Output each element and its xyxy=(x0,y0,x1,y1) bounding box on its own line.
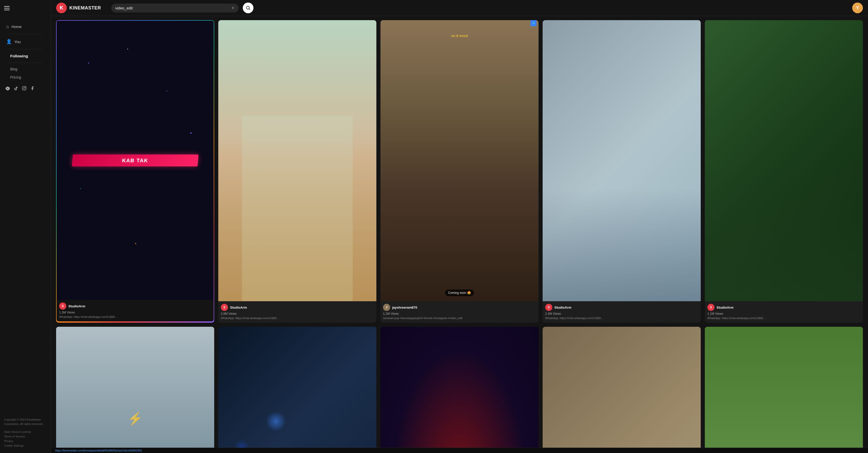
main-content: K KINEMASTER ✕ Y xyxy=(51,0,868,453)
terms-link[interactable]: Terms of Service xyxy=(4,434,46,439)
sidebar-nav: ⌂ Home 👤 You Following Blog Pricing xyxy=(0,20,51,83)
channel-name-3: jayshreeram870 xyxy=(392,306,417,309)
video-card-10[interactable] xyxy=(705,327,863,448)
sidebar-item-you[interactable]: 👤 You xyxy=(4,36,46,47)
coming-soon-badge: Coming soon 🤩 xyxy=(445,290,474,296)
view-count-1: 1.3M Views xyxy=(59,311,211,314)
channel-avatar-4: S xyxy=(545,304,552,311)
video-card-3[interactable]: जय माँ सरस्वती 🐬 Coming soon 🤩 J jayshre… xyxy=(380,20,538,323)
svg-point-3 xyxy=(56,3,67,13)
video-info-2: S StudioArm 2.8M Views WhatsApp: https:/… xyxy=(218,301,376,323)
privacy-link[interactable]: Privacy xyxy=(4,439,46,443)
search-bar: ✕ xyxy=(111,4,239,12)
social-icons-row xyxy=(0,83,51,95)
channel-name-5: StudioArm xyxy=(716,306,733,309)
sidebar-you-label: You xyxy=(14,39,21,44)
sidebar-footer-links: Open Source License Terms of Service Pri… xyxy=(0,428,51,449)
view-count-3: 1.2M Views xyxy=(383,312,536,315)
video-card-7[interactable]: SUBSCRIBE xyxy=(218,327,376,448)
sidebar-item-home[interactable]: ⌂ Home xyxy=(4,22,46,32)
video-card-8[interactable]: K KineMaster 6.4M Views xyxy=(380,327,538,448)
sidebar-copyright: Copyright © 2024 KineMaster Corporation,… xyxy=(0,415,51,428)
svg-point-5 xyxy=(246,6,249,9)
youtube-icon[interactable] xyxy=(5,86,10,92)
channel-name-1: StudioArm xyxy=(68,304,85,308)
video-card-5[interactable]: S StudioArm 1.1M Views WhatsApp: https:/… xyxy=(705,20,863,323)
sidebar-item-blog[interactable]: Blog xyxy=(4,65,46,73)
svg-line-6 xyxy=(249,9,250,10)
hamburger-menu[interactable] xyxy=(4,6,46,10)
video-info-3: J jayshreeram870 1.2M Views sarswati puj… xyxy=(380,301,538,323)
logo-text: KINEMASTER xyxy=(69,5,101,11)
kinemaster-logo-icon: K xyxy=(56,3,67,13)
sidebar-divider-2 xyxy=(8,49,42,49)
video-card-4[interactable]: S StudioArm 2.4M Views WhatsApp: https:/… xyxy=(542,20,701,323)
sidebar-home-label: Home xyxy=(11,25,22,29)
svg-rect-0 xyxy=(23,87,26,90)
svg-point-1 xyxy=(23,87,25,89)
svg-text:K: K xyxy=(60,5,63,10)
logo-area: K KINEMASTER xyxy=(56,3,107,13)
status-url: https://kinemaster.com/kinespace/detail/… xyxy=(55,449,142,452)
home-icon: ⌂ xyxy=(6,24,9,29)
video-desc-2: WhatsApp: https://chat.whatsapp.com/LVjf… xyxy=(221,316,374,320)
video-info-5: S StudioArm 1.1M Views WhatsApp: https:/… xyxy=(705,301,863,323)
sidebar-item-following[interactable]: Following xyxy=(4,51,46,61)
search-clear-icon[interactable]: ✕ xyxy=(231,6,235,10)
channel-avatar-2: S xyxy=(221,304,228,311)
facebook-icon[interactable] xyxy=(30,86,35,92)
search-input[interactable] xyxy=(115,6,229,10)
user-icon: 👤 xyxy=(6,39,12,44)
cookie-link[interactable]: Cookie Settings xyxy=(4,443,46,448)
video-info-1: S StudioArm 1.3M Views WhatsApp: https:/… xyxy=(57,300,214,322)
video-card-2[interactable]: S StudioArm 2.8M Views WhatsApp: https:/… xyxy=(218,20,376,323)
channel-name-4: StudioArm xyxy=(554,306,571,309)
sidebar-divider-3 xyxy=(8,63,42,63)
content-area: KAB TAK S StudioArm 1.3M Views WhatsApp:… xyxy=(51,16,868,448)
open-source-link[interactable]: Open Source License xyxy=(4,429,46,434)
instagram-icon[interactable] xyxy=(22,86,27,92)
video-card-6[interactable]: ⚡ xyxy=(56,327,214,448)
video-grid: KAB TAK S StudioArm 1.3M Views WhatsApp:… xyxy=(56,20,863,448)
video-info-4: S StudioArm 2.4M Views WhatsApp: https:/… xyxy=(542,301,701,323)
view-count-4: 2.4M Views xyxy=(545,312,698,315)
video-card-9[interactable] xyxy=(542,327,701,448)
user-avatar[interactable]: Y xyxy=(852,3,863,13)
video-desc-3: sarswati puja #sarswapyipuja24 #trends #… xyxy=(383,316,536,320)
video-desc-5: WhatsApp: https://chat.whatsapp.com/LVjf… xyxy=(707,316,860,320)
search-button[interactable] xyxy=(243,3,253,13)
svg-point-2 xyxy=(25,87,26,88)
sidebar-item-pricing[interactable]: Pricing xyxy=(4,73,46,81)
channel-avatar-1: S xyxy=(59,303,66,310)
video-desc-1: WhatsApp: https://chat.whatsapp.com/LVjf… xyxy=(59,315,211,318)
tiktok-icon[interactable] xyxy=(14,86,18,92)
channel-name-2: StudioArm xyxy=(230,306,247,309)
status-bar: https://kinemaster.com/kinespace/detail/… xyxy=(51,448,868,453)
video-desc-4: WhatsApp: https://chat.whatsapp.com/LVjf… xyxy=(545,316,698,320)
video-card-1[interactable]: KAB TAK S StudioArm 1.3M Views WhatsApp:… xyxy=(56,20,214,323)
sidebar: ⌂ Home 👤 You Following Blog Pricing Copy… xyxy=(0,0,51,453)
channel-avatar-3: J xyxy=(383,304,390,311)
view-count-2: 2.8M Views xyxy=(221,312,374,315)
view-count-5: 1.1M Views xyxy=(707,312,860,315)
channel-avatar-5: S xyxy=(707,304,714,311)
header: K KINEMASTER ✕ Y xyxy=(51,0,868,16)
